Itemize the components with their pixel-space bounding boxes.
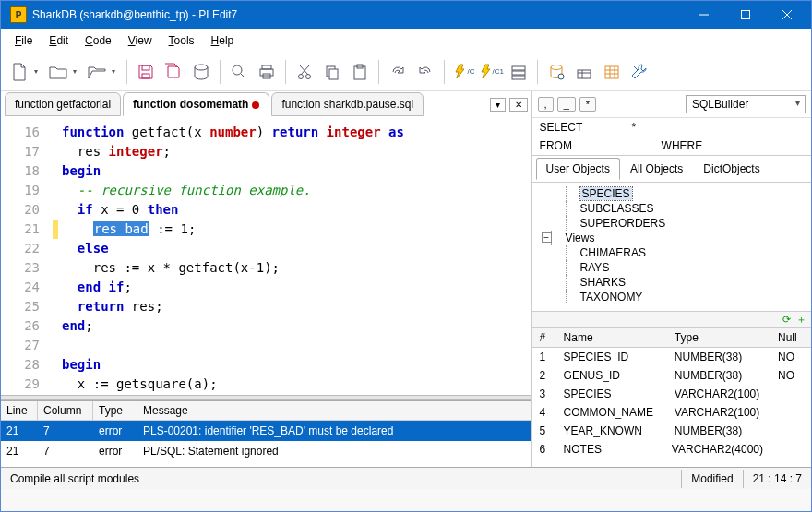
compile-icon[interactable]: /C [450,59,476,85]
menu-tools[interactable]: Tools [162,31,201,50]
open-folder-dropdown[interactable]: ▾ [112,67,121,76]
tree-node-table[interactable]: SUPERORDERS [532,216,811,231]
new-file-icon[interactable] [6,59,32,85]
sql-builder-combo[interactable]: SQLBuilder [686,95,806,113]
error-row[interactable]: 217errorPL/SQL: Statement ignored [1,441,531,461]
menu-view[interactable]: View [122,31,159,50]
code-line[interactable]: -- recursive function example. [58,181,311,200]
tab-dict-objects[interactable]: DictObjects [693,158,770,180]
code-line[interactable]: res := x * getfact(x-1); [58,258,280,278]
editor-tab[interactable]: function sharkdb.pause.sql [271,92,424,116]
column-row[interactable]: 5YEAR_KNOWNNUMBER(38) [532,422,811,440]
tab-all-objects[interactable]: All Objects [620,158,693,180]
minimize-button[interactable] [683,1,724,29]
errors-header-col[interactable]: Column [38,401,93,420]
tools-icon[interactable] [627,59,652,85]
editor-tab[interactable]: function dosomemath [123,92,269,116]
close-button[interactable] [766,1,807,29]
column-row[interactable]: 3SPECIESVARCHAR2(100) [532,385,811,403]
code-editor[interactable]: 16function getfact(x number) return inte… [1,117,531,395]
open-file-icon[interactable] [45,59,71,85]
menu-code[interactable]: Code [78,31,118,50]
print-icon[interactable] [254,59,280,85]
svg-rect-9 [262,65,271,69]
editor-tab[interactable]: function getfactorial [5,92,121,116]
svg-rect-5 [142,74,149,78]
code-line[interactable]: return res; [58,297,163,316]
tree-node-view[interactable]: SHARKS [532,275,811,290]
sql-chip-comma[interactable]: , [538,97,554,112]
sql-chip-underscore[interactable]: _ [557,97,576,112]
col-header-null[interactable]: Null [770,328,811,347]
code-line[interactable]: end if; [58,278,132,297]
gutter-line: 16 [1,123,53,142]
tab-close-icon[interactable]: ✕ [509,98,528,112]
new-dropdown[interactable]: ▾ [34,67,43,76]
object-tree[interactable]: SPECIESSUBCLASSESSUPERORDERS−ViewsCHIMAE… [532,183,811,312]
column-row[interactable]: 2GENUS_IDNUMBER(38)NO [532,366,811,385]
code-line[interactable]: begin [58,355,101,375]
svg-point-6 [195,65,208,70]
svg-point-23 [551,65,562,69]
save-icon[interactable] [133,59,159,85]
code-line[interactable]: if x = 0 then [58,200,178,220]
svg-rect-17 [329,69,338,79]
code-line[interactable]: res integer; [58,142,171,161]
table-icon[interactable] [599,59,625,85]
tree-node-view[interactable]: TAXONOMY [532,290,811,304]
menu-help[interactable]: Help [205,31,241,50]
code-line[interactable] [58,336,62,355]
paste-icon[interactable] [347,59,373,85]
gutter-line: 29 [1,375,53,394]
sql-chip-star[interactable]: * [579,97,596,112]
undo-icon[interactable] [412,59,438,85]
results-icon[interactable] [506,59,531,85]
column-row[interactable]: 6NOTESVARCHAR2(4000) [532,440,811,458]
cut-icon[interactable] [292,59,317,85]
error-row[interactable]: 217errorPLS-00201: identifier 'RES_BAD' … [1,421,531,441]
sql-builder-grid[interactable]: SELECT * FROM WHERE [532,118,811,156]
sql-builder-header: , _ * SQLBuilder [532,91,811,118]
execute-db-icon[interactable] [188,59,214,85]
menu-edit[interactable]: Edit [42,31,75,50]
tree-node-view[interactable]: CHIMAERAS [532,245,811,260]
copy-icon[interactable] [319,59,345,85]
code-line[interactable]: end; [58,316,93,336]
code-line[interactable]: x := getsquare(a); [58,375,218,394]
tree-node-table[interactable]: SUBCLASSES [532,201,811,216]
code-line[interactable]: function getfact(x number) return intege… [58,123,404,142]
sql-select-value[interactable]: * [625,118,811,137]
schema-icon[interactable] [571,59,597,85]
menu-bar: File Edit Code View Tools Help [1,29,811,53]
maximize-button[interactable] [724,1,766,29]
collapse-icon[interactable]: − [542,232,552,243]
open-dropdown[interactable]: ▾ [73,67,82,76]
column-row[interactable]: 1SPECIES_IDNUMBER(38)NO [532,348,811,366]
code-line[interactable]: else [58,239,109,258]
compile-one-icon[interactable]: /C1 [478,59,504,85]
menu-file[interactable]: File [8,31,39,50]
tree-node-table[interactable]: SPECIES [532,186,811,201]
redo-icon[interactable] [385,59,411,85]
tab-dropdown-icon[interactable]: ▾ [490,98,506,112]
tree-node-view[interactable]: RAYS [532,260,811,275]
column-row[interactable]: 4COMMON_NAMEVARCHAR2(100) [532,403,811,422]
col-header-name[interactable]: Name [556,328,667,347]
code-line[interactable]: res_bad := 1; [58,220,196,239]
svg-rect-10 [260,69,273,76]
tree-node-views[interactable]: −Views [532,231,811,245]
columns-grid[interactable]: # Name Type Null 1SPECIES_IDNUMBER(38)NO… [532,328,811,467]
errors-header-line[interactable]: Line [1,401,38,420]
errors-header-type[interactable]: Type [93,401,137,420]
tree-add-icon[interactable]: ＋ [795,313,807,325]
db-settings-icon[interactable] [543,59,569,85]
errors-header-msg[interactable]: Message [137,401,531,420]
open-folder-icon[interactable] [84,59,110,85]
col-header-n[interactable]: # [532,328,556,347]
find-icon[interactable] [226,59,252,85]
save-all-icon[interactable] [161,59,186,85]
tree-reload-icon[interactable]: ⟳ [781,314,793,326]
col-header-type[interactable]: Type [667,328,770,347]
tab-user-objects[interactable]: User Objects [536,158,620,180]
code-line[interactable]: begin [58,161,101,181]
